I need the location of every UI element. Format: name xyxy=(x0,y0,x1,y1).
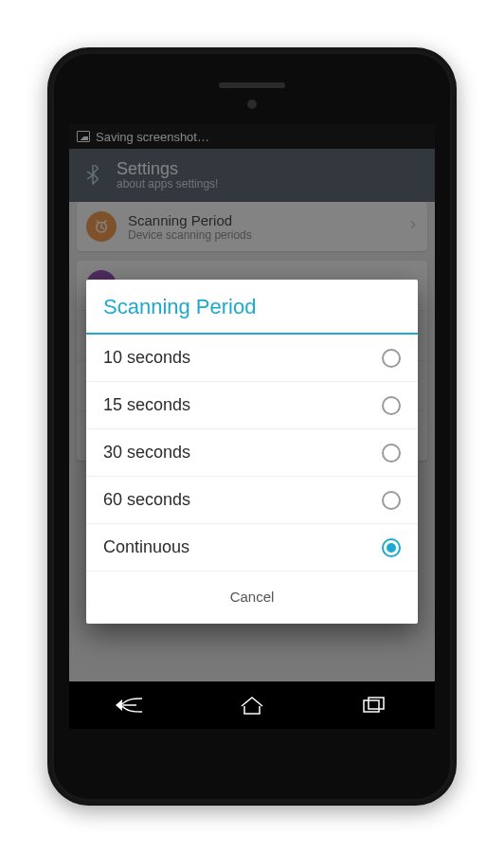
dialog-option-list: 10 seconds 15 seconds 30 seconds 60 seco… xyxy=(86,335,418,572)
svg-rect-5 xyxy=(369,698,384,709)
option-label: 10 seconds xyxy=(103,348,190,368)
option-30-seconds[interactable]: 30 seconds xyxy=(86,429,418,477)
scanning-period-dialog: Scanning Period 10 seconds 15 seconds 30… xyxy=(86,280,418,624)
option-15-seconds[interactable]: 15 seconds xyxy=(86,382,418,429)
option-label: 15 seconds xyxy=(103,395,190,415)
screen: Saving screenshot… Settings about apps s… xyxy=(69,124,435,729)
phone-camera xyxy=(247,100,257,109)
recent-apps-button[interactable] xyxy=(346,686,403,724)
back-button[interactable] xyxy=(101,686,158,724)
home-button[interactable] xyxy=(224,686,280,724)
radio-icon xyxy=(382,396,401,415)
radio-icon xyxy=(382,349,401,368)
radio-selected-icon xyxy=(382,538,401,557)
android-nav-bar xyxy=(69,681,435,729)
dialog-title: Scanning Period xyxy=(86,280,418,333)
radio-icon xyxy=(382,491,401,510)
option-label: 30 seconds xyxy=(103,443,190,463)
option-60-seconds[interactable]: 60 seconds xyxy=(86,477,418,524)
radio-icon xyxy=(382,444,401,463)
svg-rect-4 xyxy=(364,700,379,712)
phone-speaker xyxy=(219,82,285,88)
option-10-seconds[interactable]: 10 seconds xyxy=(86,335,418,382)
cancel-button[interactable]: Cancel xyxy=(211,583,294,610)
option-label: Continuous xyxy=(103,537,189,557)
phone-frame: Saving screenshot… Settings about apps s… xyxy=(47,47,457,806)
option-label: 60 seconds xyxy=(103,490,190,510)
phone-bezel: Saving screenshot… Settings about apps s… xyxy=(54,54,450,799)
option-continuous[interactable]: Continuous xyxy=(86,524,418,572)
